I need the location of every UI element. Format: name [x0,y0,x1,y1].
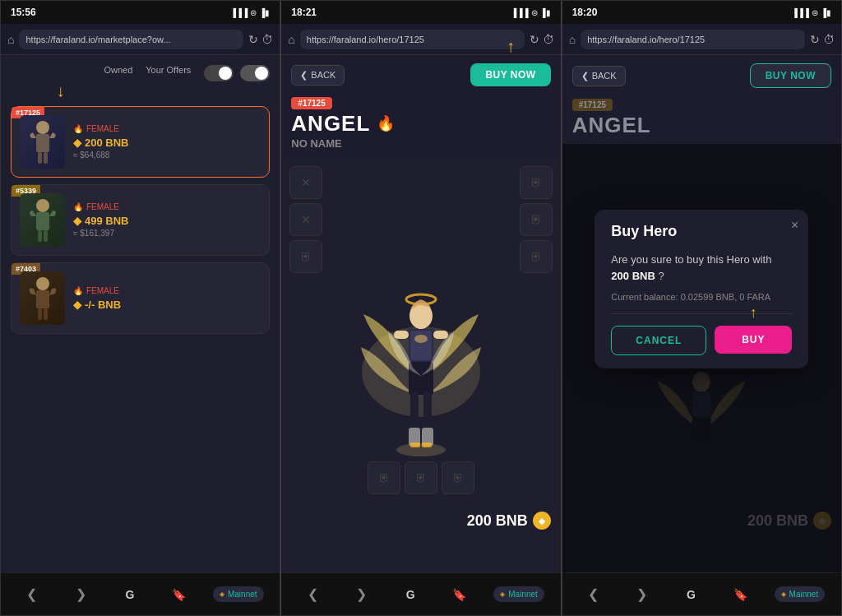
svg-rect-9 [36,290,49,308]
status-bar-3: 18:20 ▐▐▐ ⊜ ▐▮ [562,1,841,24]
your-offers-tab[interactable]: Your Offers [146,65,191,81]
buy-hero-modal: × Buy Hero Are you sure to buy this Hero… [594,210,808,368]
owned-tab[interactable]: Owned [104,65,132,81]
hero-price-bnb-1: ◆ 200 BNB [73,137,261,149]
fire-icon-1: 🔥 [73,124,83,133]
hero-card-3[interactable]: #7403 🔥 FEMALE [11,262,270,334]
url-input-2[interactable] [300,30,525,49]
panel2-header: ❮ BACK ↑ BUY NOW [281,55,560,95]
history-icon-3[interactable]: ⏱ [823,33,835,46]
hero-card-2[interactable]: #5339 🔥 FEMALE [11,184,270,256]
home-icon-2[interactable]: ⌂ [288,33,294,46]
arrow-indicator: ↑ [57,84,65,103]
url-bar-1: ⌂ ↻ ⏱ [1,24,280,55]
url-actions-2: ↻ ⏱ [530,33,554,46]
svg-rect-27 [422,442,432,447]
nav-bookmark-3[interactable]: 🔖 [725,580,755,609]
buy-now-arrow: ↑ [507,37,515,56]
history-icon-2[interactable]: ⏱ [543,33,554,46]
refresh-icon-1[interactable]: ↻ [248,33,258,46]
url-bar-3: ⌂ ↻ ⏱ [562,24,841,55]
modal-price-currency2: BNB [632,270,655,282]
buy-button[interactable]: BUY [715,326,792,354]
bottom-nav-3: ❮ ❯ G 🔖 ◈ Mainnet [562,572,841,615]
svg-rect-6 [38,230,42,242]
svg-rect-11 [44,308,48,320]
svg-rect-19 [433,331,448,339]
back-button-2[interactable]: ❮ BACK [291,65,345,86]
status-time-3: 18:20 [572,7,598,18]
bottom-nav-1: ❮ ❯ G 🔖 ◈ Mainnet [1,572,280,615]
hero-info-3: 🔥 FEMALE ◆ -/- BNB [73,286,261,311]
panel3-content: 200 BNB ◆ × Buy Hero Are you sure to buy… [562,144,841,572]
refresh-icon-3[interactable]: ↻ [810,33,820,46]
status-icons-3: ▐▐▐ ⊜ ▐▮ [792,8,831,17]
svg-rect-7 [44,230,48,242]
modal-price-amount: 200 [611,270,629,282]
status-icons-1: ▐▐▐ ⊜ ▐▮ [230,8,270,17]
svg-rect-21 [410,392,419,433]
nav-google-1[interactable]: G [115,580,145,609]
svg-point-25 [396,443,446,456]
url-input-1[interactable] [19,30,243,49]
status-icons-2: ▐▐▐ ⊜ ▐▮ [511,8,550,17]
home-icon-3[interactable]: ⌂ [569,33,576,46]
phone-panel-3: 18:20 ▐▐▐ ⊜ ▐▮ ⌂ ↻ ⏱ ❮ BACK BUY NOW #171… [562,0,842,616]
svg-point-8 [36,277,49,290]
url-actions-1: ↻ ⏱ [248,33,273,46]
nav-back-3[interactable]: ❮ [578,580,608,609]
battery-icon-2: ▐▮ [540,8,551,17]
nav-bookmark-1[interactable]: 🔖 [164,580,193,609]
wifi-icon-3: ⊜ [812,8,818,17]
equip-slot-3[interactable]: ⛨ [289,240,322,273]
svg-rect-18 [394,331,409,339]
hero-info-1: 🔥 FEMALE ◆ 200 BNB ≈ $64,688 [73,124,261,160]
svg-rect-22 [423,392,432,433]
nav-forward-2[interactable]: ❯ [347,580,377,609]
refresh-icon-2[interactable]: ↻ [530,33,539,46]
cancel-button[interactable]: CANCEL [611,326,706,355]
home-icon-1[interactable]: ⌂ [7,33,14,46]
buy-now-button-2[interactable]: BUY NOW [470,63,550,86]
fire-icon-3: 🔥 [73,286,83,295]
back-arrow-icon-3: ❮ [581,71,589,81]
equip-slot-2[interactable]: ✕ [289,203,322,236]
nav-forward-1[interactable]: ❯ [66,580,95,609]
wifi-icon: ⊜ [250,8,257,17]
hero-image-2 [20,193,65,247]
nav-network-3[interactable]: ◈ Mainnet [775,586,826,602]
battery-icon-3: ▐▮ [821,8,831,17]
history-icon-1[interactable]: ⏱ [261,33,273,46]
owned-toggle[interactable] [204,65,234,81]
hero-details-3: #17125 ANGEL [562,96,841,144]
equip-slot-1[interactable]: ✕ [289,166,322,199]
angel-figure [359,281,483,498]
url-input-3[interactable] [581,30,805,49]
nav-google-2[interactable]: G [396,580,425,609]
nav-back-1[interactable]: ❮ [17,580,47,609]
nav-google-3[interactable]: G [677,580,706,609]
back-button-3[interactable]: ❮ BACK [572,66,626,86]
hero-card-1[interactable]: #17125 ↑ 🔥 FEMALE [11,106,270,178]
modal-body: Are you sure to buy this Hero with 200 B… [611,252,792,284]
status-time-2: 18:21 [291,7,317,18]
nav-back-2[interactable]: ❮ [298,580,327,609]
svg-rect-10 [38,308,42,320]
offers-toggle[interactable] [240,65,270,81]
hero-price-usd-1: ≈ $64,688 [73,151,261,160]
equip-slot-4[interactable]: ⛨ [520,166,553,199]
hero-image-1 [20,115,65,169]
hero-id-badge-2: #17125 [291,97,331,109]
nav-network-2[interactable]: ◈ Mainnet [493,586,544,602]
nav-forward-3[interactable]: ❯ [627,580,657,609]
modal-close-button[interactable]: × [791,218,798,233]
equip-slot-5[interactable]: ⛨ [520,203,553,236]
equip-right: ⛨ ⛨ ⛨ [520,166,553,273]
hero-price-bnb-3: ◆ -/- BNB [73,299,261,311]
nav-bookmark-2[interactable]: 🔖 [445,580,474,609]
hero-price-usd-2: ≈ $161,397 [73,229,261,238]
buy-now-button-3[interactable]: BUY NOW [750,63,831,88]
hero-info-2: 🔥 FEMALE ◆ 499 BNB ≈ $161,397 [73,202,261,238]
equip-slot-6[interactable]: ⛨ [520,240,553,273]
nav-network-1[interactable]: ◈ Mainnet [213,586,264,602]
